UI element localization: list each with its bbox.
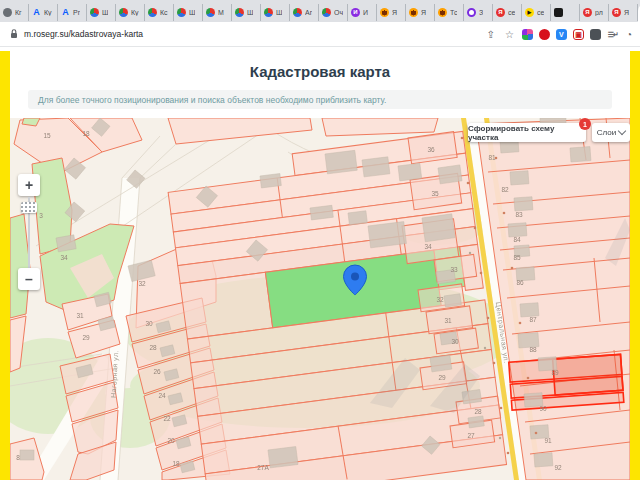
parcel-label: 84 xyxy=(513,236,521,243)
zoom-hint-banner: Для более точного позиционирования и пои… xyxy=(28,90,612,109)
orange-favicon-icon xyxy=(380,8,389,17)
parcel-label: 90 xyxy=(539,405,547,412)
puzzle-extension-icon[interactable] xyxy=(590,29,601,40)
share-icon[interactable]: ⇪ xyxy=(487,29,495,40)
cluster-extension-icon[interactable] xyxy=(522,29,533,40)
parcel-label: 86 xyxy=(516,279,524,286)
dots-favicon-icon xyxy=(148,8,157,17)
browser-tab[interactable]: Ш xyxy=(87,4,116,21)
generate-scheme-button[interactable]: Сформировать схему участка 1 xyxy=(468,123,586,142)
bookmark-star-icon[interactable]: ☆ xyxy=(505,29,514,40)
browser-tab[interactable]: Ш xyxy=(174,4,203,21)
red-ya-favicon-icon xyxy=(583,8,592,17)
parcel-label: 85 xyxy=(513,254,521,261)
generate-scheme-label: Сформировать схему участка xyxy=(468,124,586,142)
parcel-label: 92 xyxy=(554,464,562,471)
browser-tab[interactable]: Ш xyxy=(232,4,261,21)
black-favicon-icon xyxy=(554,8,563,17)
tab-label: Я xyxy=(421,9,426,16)
tab-label: Кс xyxy=(160,9,168,16)
layers-button[interactable]: Слои xyxy=(592,123,630,142)
browser-tab[interactable]: Я xyxy=(377,4,406,21)
play-favicon-icon xyxy=(525,8,534,17)
parcel-label: 88 xyxy=(529,346,537,353)
browser-tab[interactable]: се xyxy=(522,4,551,21)
parcel-label: 15 xyxy=(43,132,51,139)
page-content: Кадастровая карта Для более точного пози… xyxy=(10,50,630,480)
parcel-label: 30 xyxy=(451,338,459,345)
parcel-label: 34 xyxy=(424,243,432,250)
dots-favicon-icon xyxy=(322,8,331,17)
cadastral-map-canvas[interactable]: Нагорная ул. Центральная ул. 15183343231… xyxy=(10,118,630,480)
browser-tab[interactable]: Кс xyxy=(145,4,174,21)
red-ya-favicon-icon xyxy=(612,8,621,17)
tab-label: И xyxy=(363,9,368,16)
parcel-label: 31 xyxy=(444,317,452,324)
parcel-label: 83 xyxy=(515,211,523,218)
tab-label: Ш xyxy=(102,9,108,16)
menu-extension-icon[interactable] xyxy=(607,29,618,40)
tab-label: З xyxy=(479,9,483,16)
zoom-in-button[interactable]: + xyxy=(18,174,40,196)
zoom-out-button[interactable]: – xyxy=(18,268,40,290)
tab-label: Аг xyxy=(305,9,312,16)
parcel-label: 30 xyxy=(145,320,153,327)
parcel-label: 87 xyxy=(529,316,537,323)
profile-icon[interactable]: ◔ xyxy=(626,29,632,40)
browser-tab[interactable]: И xyxy=(348,4,377,21)
parcel-label: 27 xyxy=(467,432,475,439)
tab-label: Я xyxy=(624,9,629,16)
page-title: Кадастровая карта xyxy=(10,50,630,80)
dots-favicon-icon xyxy=(119,8,128,17)
browser-tab[interactable]: Ку xyxy=(116,4,145,21)
browser-toolbar: m.rosegr.su/kadastrovaya-karta ⇪ ☆ ◔ xyxy=(0,22,640,47)
browser-tab[interactable]: Тс xyxy=(435,4,464,21)
dots-favicon-icon xyxy=(235,8,244,17)
parcel-label: 34 xyxy=(60,254,68,261)
tab-label: Я xyxy=(392,9,397,16)
dots-favicon-icon xyxy=(264,8,273,17)
ring-favicon-icon xyxy=(467,8,476,17)
lock-icon xyxy=(10,29,18,39)
zoom-slider-handle[interactable] xyxy=(21,202,37,213)
browser-tab[interactable]: Аг xyxy=(290,4,319,21)
browser-tab[interactable]: Рг xyxy=(58,4,87,21)
parcel-label: 36 xyxy=(427,146,435,153)
parcel-label: 20 xyxy=(167,437,175,444)
address-url[interactable]: m.rosegr.su/kadastrovaya-karta xyxy=(24,29,143,39)
vk-extension-icon[interactable] xyxy=(556,29,567,40)
parcel-label: 28 xyxy=(474,408,482,415)
parcel-label: 32 xyxy=(436,296,444,303)
adblock-extension-icon[interactable] xyxy=(539,29,550,40)
dots-favicon-icon xyxy=(177,8,186,17)
tab-label: Ш xyxy=(189,9,195,16)
parcel-label: 35 xyxy=(431,190,439,197)
browser-tab[interactable]: М xyxy=(203,4,232,21)
parcel-label: 31 xyxy=(76,312,84,319)
browser-tab[interactable]: Кг xyxy=(0,4,29,21)
browser-tab[interactable]: Я xyxy=(406,4,435,21)
blue-a-favicon-icon xyxy=(61,8,70,17)
recorder-extension-icon[interactable] xyxy=(573,29,584,40)
dots-favicon-icon xyxy=(90,8,99,17)
parcel-label: 89 xyxy=(551,369,559,376)
dots-favicon-icon xyxy=(206,8,215,17)
tab-label: М xyxy=(218,9,224,16)
browser-tab[interactable]: Я xyxy=(609,4,638,21)
browser-tab[interactable]: Оч xyxy=(319,4,348,21)
parcel-label: 81 xyxy=(488,154,496,161)
parcel-label: 28 xyxy=(149,344,157,351)
tab-label: рл xyxy=(595,9,603,16)
tab-label: Тс xyxy=(450,9,457,16)
browser-tab[interactable]: се xyxy=(493,4,522,21)
parcel-label: 8 xyxy=(16,454,20,461)
notification-badge: 1 xyxy=(579,118,591,130)
browser-tab[interactable]: рл xyxy=(580,4,609,21)
parcel-label: 18 xyxy=(82,130,90,137)
browser-tab[interactable]: Ш xyxy=(261,4,290,21)
browser-tab[interactable]: З xyxy=(464,4,493,21)
browser-tab[interactable] xyxy=(551,4,580,21)
parcel-label: 26 xyxy=(153,368,161,375)
browser-tab[interactable]: Ку xyxy=(29,4,58,21)
cadastral-map: Нагорная ул. Центральная ул. 15183343231… xyxy=(10,118,630,480)
